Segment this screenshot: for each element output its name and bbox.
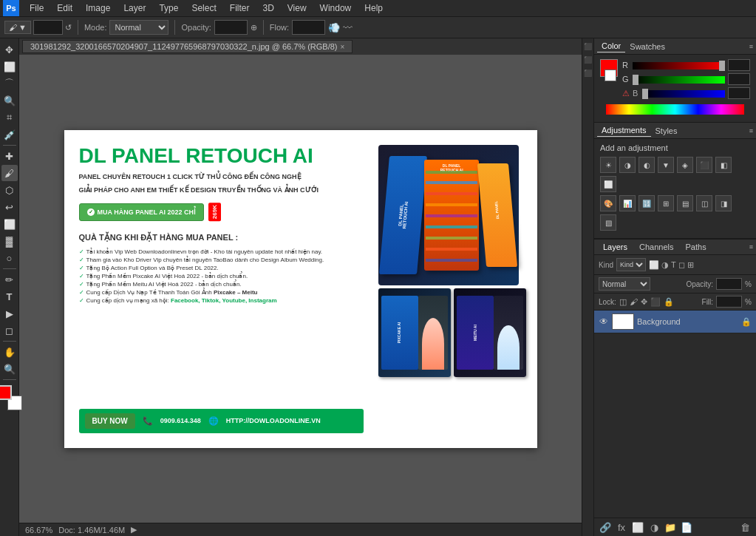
history-brush-tool[interactable]: ↩ (1, 199, 18, 215)
panel-icon-3[interactable]: ⬛ (583, 68, 593, 78)
filter-adjust-icon[interactable]: ◑ (661, 260, 669, 270)
menu-view[interactable]: View (282, 1, 313, 15)
menu-layer[interactable]: Layer (118, 1, 151, 15)
opacity-input[interactable]: 100% (214, 20, 248, 35)
menu-image[interactable]: Image (80, 1, 116, 15)
zoom-tool[interactable]: 🔍 (1, 361, 18, 377)
menu-help[interactable]: Help (358, 1, 389, 15)
filter-pixel-icon[interactable]: ⬜ (649, 260, 659, 270)
menu-filter[interactable]: Filter (224, 1, 256, 15)
lock-artboard-icon[interactable]: ⬛ (650, 297, 661, 307)
tab-adjustments[interactable]: Adjustments (597, 124, 651, 137)
dodge-tool[interactable]: ○ (1, 250, 18, 266)
foreground-color-swatch[interactable] (0, 385, 12, 400)
invert-icon[interactable]: ⊞ (658, 195, 674, 211)
lock-transparent-icon[interactable]: ◫ (619, 297, 627, 307)
color-balance-icon[interactable]: ◧ (715, 157, 732, 173)
text-tool[interactable]: T (1, 288, 18, 305)
navigator-arrow[interactable]: ▶ (131, 525, 137, 535)
selective-color-icon[interactable]: ◨ (715, 195, 732, 211)
pen-tool[interactable]: ✏ (1, 271, 18, 288)
brightness-contrast-icon[interactable]: ☀ (600, 157, 616, 173)
background-color-box[interactable] (605, 69, 616, 81)
filter-type-icon[interactable]: T (671, 260, 676, 270)
menu-file[interactable]: File (24, 1, 50, 15)
gradient-tool[interactable]: ▓ (1, 233, 18, 249)
marquee-tool[interactable]: ⬜ (1, 58, 18, 75)
brush-preset-picker[interactable]: 🖌 ▼ (4, 21, 31, 34)
brush-tool[interactable]: 🖌 (1, 165, 18, 181)
fill-value-input[interactable]: 100% (716, 296, 742, 308)
channel-mixer-icon[interactable]: 📊 (619, 195, 636, 211)
shape-tool[interactable]: ◻ (1, 322, 18, 339)
layer-adjustment-icon[interactable]: ◑ (647, 520, 661, 534)
menu-type[interactable]: Type (153, 1, 184, 15)
layers-panel-options[interactable]: ≡ (749, 243, 753, 251)
canvas-container[interactable]: DL PANEL RETOUCH AI PANEL CHUYÊN RETOUCH… (19, 55, 582, 523)
menu-3d[interactable]: 3D (256, 1, 279, 15)
layer-style-icon[interactable]: fx (615, 520, 628, 534)
buy-now-btn[interactable]: BUY NOW (85, 413, 135, 429)
panel-icon-1[interactable]: ⬛ (583, 41, 593, 52)
eraser-tool[interactable]: ⬜ (1, 216, 18, 232)
menu-edit[interactable]: Edit (51, 1, 78, 15)
r-slider[interactable] (633, 62, 725, 69)
quick-select-tool[interactable]: 🔍 (1, 92, 18, 109)
g-slider[interactable] (633, 76, 725, 84)
tab-channels[interactable]: Channels (633, 241, 679, 253)
lasso-tool[interactable]: ⌒ (1, 75, 18, 92)
tab-color[interactable]: Color (597, 40, 625, 52)
hue-sat-icon[interactable]: ⬛ (696, 157, 712, 173)
buy-button[interactable]: ✓ MUA HÀNG PANEL AI 2022 CHỈ (79, 203, 205, 221)
layer-visibility-icon[interactable]: 👁 (599, 316, 609, 327)
color-panel-options[interactable]: ≡ (749, 43, 753, 50)
b-value-input[interactable]: 0 (728, 87, 750, 99)
path-selection-tool[interactable]: ▶ (1, 305, 18, 322)
tab-styles[interactable]: Styles (651, 125, 682, 137)
color-lookup-icon[interactable]: 🔢 (638, 195, 655, 211)
exposure-icon[interactable]: ▼ (658, 157, 674, 173)
photo-filter-icon[interactable]: 🎨 (600, 195, 616, 211)
lock-position-icon[interactable]: ✥ (641, 297, 647, 307)
blend-mode-select[interactable]: Normal (109, 20, 168, 35)
r-value-input[interactable]: 255 (728, 59, 750, 71)
bw-icon[interactable]: ⬜ (600, 176, 616, 192)
layer-new-icon[interactable]: 📄 (680, 520, 693, 534)
menu-window[interactable]: Window (314, 1, 358, 15)
layer-folder-icon[interactable]: 📁 (664, 520, 677, 534)
filter-smartobj-icon[interactable]: ⊞ (687, 260, 694, 270)
tab-layers[interactable]: Layers (597, 241, 633, 253)
airbrush-icon[interactable]: 💨 (328, 22, 340, 33)
layer-mask-icon[interactable]: ⬜ (631, 520, 644, 534)
heal-tool[interactable]: ✚ (1, 148, 18, 164)
tab-paths[interactable]: Paths (680, 241, 712, 253)
document-tab[interactable]: 301981292_3200166570204907_1124977659687… (22, 40, 353, 53)
threshold-icon[interactable]: ◫ (696, 195, 712, 211)
layer-link-icon[interactable]: 🔗 (599, 520, 612, 534)
menu-select[interactable]: Select (185, 1, 222, 15)
levels-icon[interactable]: ◑ (619, 157, 636, 173)
clone-tool[interactable]: ⬡ (1, 182, 18, 198)
kind-select[interactable]: Kind (616, 258, 646, 271)
curves-icon[interactable]: ◐ (638, 157, 655, 173)
flow-input[interactable]: 100% (292, 20, 325, 35)
posterize-icon[interactable]: ▤ (677, 195, 693, 211)
layer-blend-mode-select[interactable]: Normal (599, 277, 650, 291)
filter-shape-icon[interactable]: ◻ (678, 260, 685, 270)
tab-swatches[interactable]: Swatches (625, 41, 670, 52)
pressure-opacity-icon[interactable]: ⊕ (251, 23, 257, 33)
layer-item-background[interactable]: 👁 Background 🔒 (594, 311, 756, 333)
vibrance-icon[interactable]: ◈ (677, 157, 693, 173)
gradient-map-icon[interactable]: ▧ (600, 214, 616, 231)
panel-icon-2[interactable]: ⬛ (583, 55, 593, 65)
move-tool[interactable]: ✥ (1, 41, 18, 58)
smoothing-icon[interactable]: 〰 (343, 22, 353, 33)
eyedropper-tool[interactable]: 💉 (1, 126, 18, 143)
adj-panel-options[interactable]: ≡ (749, 127, 753, 135)
g-value-input[interactable]: 0 (728, 73, 750, 85)
lock-all-icon[interactable]: 🔒 (664, 297, 674, 307)
hand-tool[interactable]: ✋ (1, 344, 18, 360)
tab-close-button[interactable]: × (340, 43, 344, 51)
spectrum-bar[interactable] (606, 104, 744, 115)
brush-size-input[interactable]: 170 (33, 20, 63, 35)
